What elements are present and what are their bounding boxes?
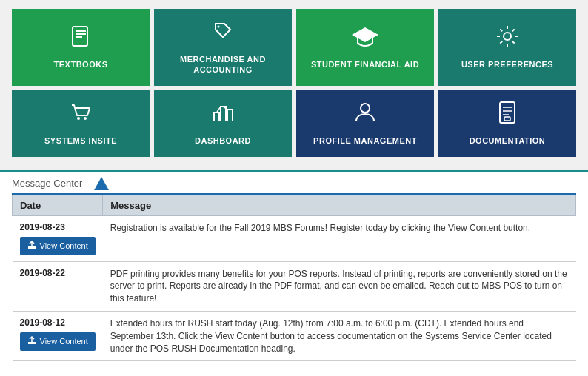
tile-profile-management-label: PROFILE MANAGEMENT	[313, 135, 417, 146]
message-section: Message Center Date Message 2019-08-23Vi…	[0, 172, 588, 374]
svg-point-7	[77, 117, 80, 120]
svg-rect-17	[28, 246, 36, 249]
tile-dashboard[interactable]: DASHBOARD	[154, 90, 292, 157]
tile-section: TEXTBOOKS MERCHANDISE AND ACCOUNTING STU…	[0, 0, 588, 172]
date-cell: 2019-08-23View Content	[13, 215, 103, 261]
chart-icon	[211, 101, 235, 130]
svg-point-8	[84, 117, 87, 120]
tile-dashboard-label: DASHBOARD	[195, 135, 251, 146]
tile-documentation[interactable]: DOCUMENTATION	[438, 90, 576, 157]
tile-merchandise[interactable]: MERCHANDISE AND ACCOUNTING	[154, 9, 292, 86]
message-center-title: Message Center	[12, 178, 82, 189]
tile-financial-aid-label: STUDENT FINANCIAL AID	[311, 59, 419, 70]
table-row: 2019-08-22PDF printing provides many ben…	[13, 261, 576, 311]
svg-rect-16	[504, 117, 510, 121]
date-header: Date	[13, 195, 103, 215]
table-header-row: Date Message	[13, 195, 576, 215]
tile-user-preferences[interactable]: USER PREFERENCES	[438, 9, 576, 86]
tile-merchandise-label: MERCHANDISE AND ACCOUNTING	[180, 54, 266, 75]
svg-point-11	[361, 104, 370, 113]
tile-row-2: SYSTEMS INSITE DASHBOARD	[12, 90, 576, 157]
upload-icon	[27, 336, 36, 347]
message-cell: PDF printing provides many benefits for …	[103, 261, 576, 311]
date-value: 2019-08-12	[20, 318, 65, 328]
document-icon	[69, 24, 93, 53]
date-value: 2019-08-23	[20, 222, 65, 232]
message-header: Message	[103, 195, 576, 215]
tile-documentation-label: DOCUMENTATION	[470, 135, 546, 146]
message-center-header: Message Center	[12, 172, 576, 195]
view-content-button[interactable]: View Content	[20, 332, 96, 351]
table-row: 2019-08-23View ContentRegistration is av…	[13, 215, 576, 261]
svg-rect-12	[500, 102, 515, 123]
tile-profile-management[interactable]: PROFILE MANAGEMENT	[296, 90, 434, 157]
tile-row-1: TEXTBOOKS MERCHANDISE AND ACCOUNTING STU…	[12, 9, 576, 86]
person-icon	[353, 101, 377, 130]
tile-systems-insite-label: SYSTEMS INSITE	[44, 135, 117, 146]
tile-textbooks-label: TEXTBOOKS	[54, 59, 108, 70]
svg-marker-5	[352, 27, 378, 42]
gear-icon	[495, 24, 519, 53]
tile-financial-aid[interactable]: STUDENT FINANCIAL AID	[296, 9, 434, 86]
documentation-icon	[495, 101, 519, 130]
message-cell: Registration is available for the Fall 2…	[103, 215, 576, 261]
svg-rect-18	[28, 342, 36, 344]
arrow-up-icon	[94, 177, 109, 190]
table-row: 2019-08-12View ContentExtended hours for…	[13, 311, 576, 360]
tile-textbooks[interactable]: TEXTBOOKS	[12, 9, 150, 86]
date-cell: 2019-08-22	[13, 261, 103, 311]
cart-icon	[69, 101, 93, 130]
svg-point-6	[504, 33, 511, 40]
date-cell: 2019-08-12View Content	[13, 311, 103, 360]
tile-systems-insite[interactable]: SYSTEMS INSITE	[12, 90, 150, 157]
graduation-icon	[352, 24, 378, 53]
upload-icon	[27, 241, 36, 252]
message-cell: Extended hours for RUSH start today (Aug…	[103, 311, 576, 360]
tile-user-preferences-label: USER PREFERENCES	[461, 59, 553, 70]
date-value: 2019-08-22	[20, 268, 65, 278]
svg-point-4	[218, 26, 220, 28]
view-content-label: View Content	[40, 337, 88, 346]
view-content-button[interactable]: View Content	[20, 237, 96, 255]
view-content-label: View Content	[40, 241, 88, 250]
message-table: Date Message 2019-08-23View ContentRegis…	[12, 195, 576, 362]
tag-icon	[211, 19, 235, 48]
